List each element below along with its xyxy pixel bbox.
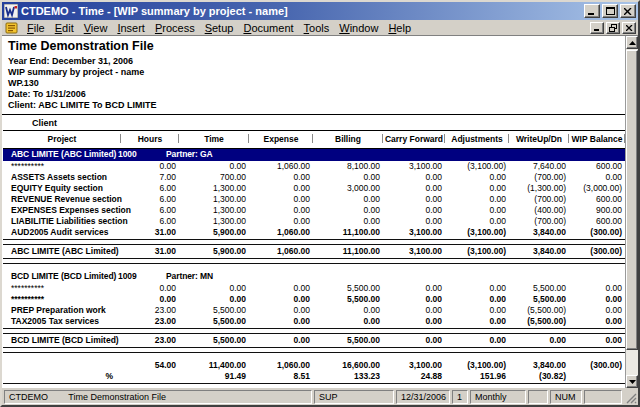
cell-value: 0.00: [249, 183, 313, 194]
percent-row[interactable]: %91.498.51133.2324.88151.96(30.82): [3, 371, 625, 382]
row-label: ASSETS Assets section: [3, 172, 121, 183]
cell-value: 0.00: [383, 172, 445, 183]
cell-value: 5,900.00: [179, 246, 249, 257]
mdi-minimize-button[interactable]: [590, 22, 604, 34]
horizontal-rule: [3, 346, 625, 354]
menu-document[interactable]: Document: [238, 22, 298, 34]
table-row[interactable]: EQUITY Equity section6.001,300.000.003,0…: [3, 183, 625, 194]
client-total-row[interactable]: ABC LIMITE (ABC Limited)31.005,900.001,0…: [3, 246, 625, 257]
scroll-up-button[interactable]: [626, 36, 638, 49]
status-period: 1: [452, 390, 468, 404]
cell-value: 1,060.00: [249, 161, 313, 172]
cell-value: 0.00: [445, 216, 509, 227]
resize-grip[interactable]: [624, 390, 637, 404]
cell-value: 151.96: [445, 371, 509, 382]
cell-value: 1,060.00: [249, 246, 313, 257]
client-code: 1000: [118, 149, 137, 159]
mdi-close-button[interactable]: [622, 22, 636, 34]
cell-value: 3,100.00: [383, 246, 445, 257]
cell-value: 8,100.00: [313, 161, 383, 172]
mdi-restore-button[interactable]: [606, 22, 620, 34]
client-total-row[interactable]: BCD LIMITE (BCD Limited)23.005,500.000.0…: [3, 335, 625, 346]
status-file-name: Time Demonstration File: [68, 392, 166, 402]
cell-value: 0.00: [249, 216, 313, 227]
status-panel-file: CTDEMO Time Demonstration File: [4, 390, 312, 404]
cell-value: 0.00: [313, 316, 383, 327]
maximize-button[interactable]: [602, 4, 618, 18]
scroll-down-button[interactable]: [626, 375, 638, 388]
menu-insert[interactable]: Insert: [112, 22, 150, 34]
cell-value: 0.00: [179, 161, 249, 172]
horizontal-rule: [3, 257, 625, 265]
vertical-scrollbar[interactable]: [625, 36, 638, 388]
row-label: LIABILITIE Liabilities section: [3, 216, 121, 227]
cell-value: 0.00: [121, 283, 179, 294]
cell-value: 700.00: [179, 172, 249, 183]
menu-edit[interactable]: Edit: [50, 22, 79, 34]
cell-value: (700.00): [509, 194, 569, 205]
cell-value: 0.00: [569, 316, 625, 327]
table-row[interactable]: **********0.000.000.005,500.000.000.005,…: [3, 283, 625, 294]
table-row[interactable]: LIABILITIE Liabilities section6.001,300.…: [3, 216, 625, 227]
minimize-button[interactable]: [584, 4, 600, 18]
cell-value: 5,500.00: [179, 305, 249, 316]
title-bar: CTDEMO - Time - [WIP summary by project …: [2, 2, 638, 20]
menu-file[interactable]: File: [22, 22, 50, 34]
cell-value: 31.00: [121, 227, 179, 238]
cell-value: 7,640.00: [509, 161, 569, 172]
cell-value: 0.00: [445, 316, 509, 327]
cell-value: 0.00: [569, 172, 625, 183]
client-group-header[interactable]: BCD LIMITE (BCD Limited)1009Partner:MN: [3, 271, 625, 283]
cell-value: 5,500.00: [313, 283, 383, 294]
menu-view[interactable]: View: [79, 22, 113, 34]
cell-value: 5,500.00: [509, 294, 569, 305]
cell-value: 0.00: [121, 161, 179, 172]
cell-value: 0.00: [249, 194, 313, 205]
status-app-code: CTDEMO: [9, 392, 48, 402]
close-button[interactable]: [620, 4, 636, 18]
horizontal-rule: [3, 238, 625, 246]
row-label: EQUITY Equity section: [3, 183, 121, 194]
cell-value: (1,300.00): [509, 183, 569, 194]
horizontal-rule: [3, 327, 625, 335]
report-client-range: Client: ABC LIMITE To BCD LIMITE: [8, 100, 625, 111]
menu-window[interactable]: Window: [334, 22, 383, 34]
cell-value: 0.00: [179, 294, 249, 305]
cell-value: 16,600.00: [313, 360, 383, 371]
cell-value: 0.00: [383, 283, 445, 294]
status-frequency: Monthly: [470, 390, 526, 404]
client-group-header[interactable]: ABC LIMITE (ABC Limited)1000Partner:GA: [3, 149, 625, 161]
cell-value: (700.00): [509, 172, 569, 183]
table-row[interactable]: AUD2005 Audit services31.005,900.001,060…: [3, 227, 625, 238]
table-row[interactable]: **********0.000.001,060.008,100.003,100.…: [3, 161, 625, 172]
document-icon: [5, 22, 18, 34]
cell-value: 0.00: [569, 305, 625, 316]
cell-value: 0.00: [569, 283, 625, 294]
status-num-lock: NUM: [550, 390, 582, 404]
cell-value: (300.00): [569, 360, 625, 371]
cell-value: 1,300.00: [179, 183, 249, 194]
row-label: PREP Preparation work: [3, 305, 121, 316]
menu-help[interactable]: Help: [383, 22, 416, 34]
menu-setup[interactable]: Setup: [200, 22, 239, 34]
table-row[interactable]: PREP Preparation work23.005,500.000.000.…: [3, 305, 625, 316]
report-client-area: Time Demonstration File Year End: Decemb…: [2, 35, 638, 388]
cell-value: 0.00: [249, 205, 313, 216]
table-row[interactable]: REVENUE Revenue section6.001,300.000.000…: [3, 194, 625, 205]
row-label: %: [3, 371, 121, 382]
cell-value: (5,500.00): [509, 316, 569, 327]
row-label: REVENUE Revenue section: [3, 194, 121, 205]
table-row[interactable]: EXPENSES Expenses section6.001,300.000.0…: [3, 205, 625, 216]
scrollbar-thumb[interactable]: [626, 50, 638, 350]
menu-tools[interactable]: Tools: [299, 22, 335, 34]
table-row[interactable]: TAX2005 Tax services23.005,500.000.000.0…: [3, 316, 625, 327]
cell-value: 3,840.00: [509, 246, 569, 257]
table-row[interactable]: ASSETS Assets section7.00700.000.000.000…: [3, 172, 625, 183]
cell-value: 1,300.00: [179, 194, 249, 205]
table-row[interactable]: **********0.000.000.005,500.000.000.005,…: [3, 294, 625, 305]
menu-bar-items: FileEditViewInsertProcessSetupDocumentTo…: [22, 22, 590, 34]
row-label: TAX2005 Tax services: [3, 316, 121, 327]
grand-total-row[interactable]: 54.0011,400.001,060.0016,600.003,100.00(…: [3, 360, 625, 371]
cell-value: 7.00: [121, 172, 179, 183]
menu-process[interactable]: Process: [150, 22, 200, 34]
